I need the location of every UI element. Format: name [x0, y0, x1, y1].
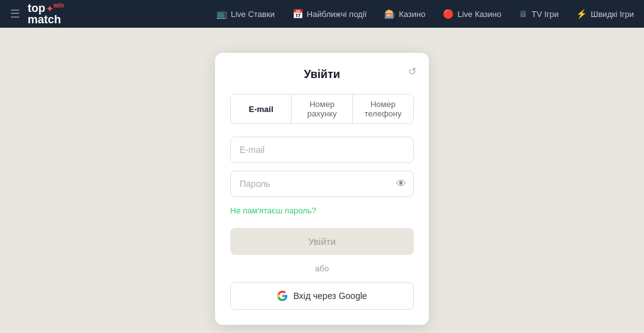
tab-email[interactable]: E-mail [231, 94, 292, 123]
fast-games-icon: ⚡ [576, 9, 587, 19]
tv-games-icon: 🖥 [519, 9, 528, 19]
casino-icon: 🎰 [384, 9, 395, 19]
google-button-label: Вхід через Google [293, 291, 367, 301]
main-content: Увійти ↺ E-mail Номер рахунку Номер теле… [0, 28, 644, 333]
nav-label-fast-games: Швидкі Ігри [591, 9, 634, 19]
nearest-events-icon: 📅 [292, 9, 303, 19]
email-input[interactable] [230, 137, 414, 163]
nav-item-nearest-events[interactable]: 📅 Найближчі події [292, 9, 367, 19]
nav-item-casino[interactable]: 🎰 Казино [384, 9, 425, 19]
nav-label-tv-games: TV Ігри [531, 9, 558, 19]
logo[interactable]: top✦winmatch [28, 3, 64, 25]
nav-label-live-casino: Live Казино [457, 9, 501, 19]
menu-icon[interactable]: ☰ [10, 7, 20, 21]
or-separator: або [230, 264, 414, 273]
modal-close-button[interactable]: ↺ [408, 65, 416, 77]
logo-match: match [28, 13, 61, 26]
tab-phone[interactable]: Номер телефону [353, 94, 413, 123]
nav: 📺 Live Ставки 📅 Найближчі події 🎰 Казино… [216, 9, 634, 19]
tab-account[interactable]: Номер рахунку [292, 94, 353, 123]
nav-item-fast-games[interactable]: ⚡ Швидкі Ігри [576, 9, 634, 19]
nav-label-live-bets: Live Ставки [231, 9, 275, 19]
logo-top: top [28, 2, 45, 14]
nav-label-nearest-events: Найближчі події [307, 9, 367, 19]
modal-title: Увійти [230, 68, 414, 81]
google-icon [277, 290, 288, 302]
logo-text: top✦winmatch [28, 3, 64, 25]
forgot-password-link[interactable]: Не пам'ятаєш пароль? [230, 206, 316, 215]
live-casino-icon: 🔴 [443, 9, 453, 19]
logo-star: ✦ [46, 4, 53, 14]
nav-label-casino: Казино [399, 9, 425, 19]
nav-item-live-casino[interactable]: 🔴 Live Казино [443, 9, 501, 19]
login-tabs: E-mail Номер рахунку Номер телефону [230, 94, 414, 124]
email-input-group [230, 137, 414, 163]
nav-item-live-bets[interactable]: 📺 Live Ставки [216, 9, 275, 19]
header: ☰ top✦winmatch 📺 Live Ставки 📅 Найближчі… [0, 0, 644, 28]
login-modal: Увійти ↺ E-mail Номер рахунку Номер теле… [215, 53, 429, 325]
login-button[interactable]: Увійти [230, 228, 414, 255]
toggle-password-icon[interactable]: 👁 [396, 178, 406, 189]
nav-item-tv-games[interactable]: 🖥 TV Ігри [519, 9, 558, 19]
logo-win: win [53, 2, 64, 9]
live-bets-icon: 📺 [216, 9, 227, 19]
password-input[interactable] [230, 171, 414, 197]
google-login-button[interactable]: Вхід через Google [230, 282, 414, 310]
password-input-group: 👁 [230, 171, 414, 197]
